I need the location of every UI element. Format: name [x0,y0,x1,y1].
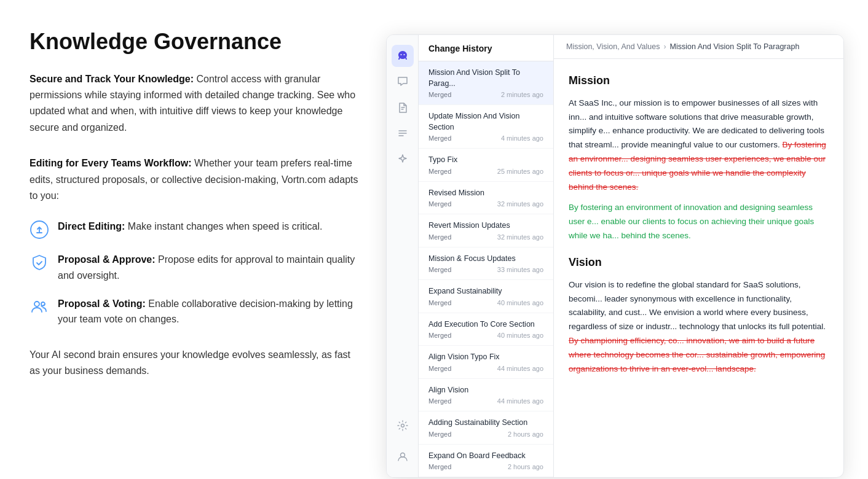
editing-label: Editing for Every Teams Workflow: [30,158,191,168]
change-item-time: 32 minutes ago [497,233,543,241]
change-item[interactable]: Revert Mission Updates Merged 32 minutes… [419,214,553,247]
change-item-title: Revised Mission [428,188,543,199]
change-item-meta: Merged 32 minutes ago [428,200,543,208]
change-item[interactable]: Expand Sustainability Merged 40 minutes … [419,280,553,313]
diff-vision-text: Our vision is to redefine the global sta… [569,278,829,377]
diff-vision-deleted: By championing efficiency, co... innovat… [569,336,825,373]
change-item-badge: Merged [428,299,451,306]
change-item[interactable]: Align Vision Typo Fix Merged 44 minutes … [419,346,553,379]
diff-content: Mission At SaaS Inc., our mission is to … [554,59,843,477]
sidebar-list-btn[interactable] [392,122,414,144]
change-item-badge: Merged [428,200,451,208]
users-vote-icon [30,297,49,317]
change-item-time: 4 minutes ago [501,134,543,142]
change-item[interactable]: Add Execution To Core Section Merged 40 … [419,313,553,346]
change-history-panel: Change History Mission And Vision Split … [419,35,554,477]
change-item-title: Expand On Board Feedback [428,451,543,462]
change-item-meta: Merged 33 minutes ago [428,266,543,273]
feature-direct-editing: Direct Editing: Make instant changes whe… [30,219,361,240]
bottom-text: Your AI second brain ensures your knowle… [30,347,361,380]
change-item-badge: Merged [428,332,451,339]
change-item-meta: Merged 32 minutes ago [428,233,543,241]
change-item-time: 2 minutes ago [501,91,543,98]
change-item-time: 2 hours ago [508,430,543,438]
change-item[interactable]: Typo Fix Merged 25 minutes ago [419,149,553,182]
change-item-title: Align Vision [428,385,543,396]
change-item-time: 44 minutes ago [497,365,543,372]
change-item-title: Typo Fix [428,155,543,166]
app-window: Change History Mission And Vision Split … [386,34,844,478]
upload-icon [30,220,49,240]
change-item-title: Expand Sustainability [428,286,543,297]
change-item-title: Adding Sustainability Section [428,418,543,429]
change-item-badge: Merged [428,397,451,405]
breadcrumb-separator: › [663,42,666,51]
left-panel: Knowledge Governance Secure and Track Yo… [30,29,386,479]
change-item[interactable]: Align Vision Merged 44 minutes ago [419,379,553,412]
intro-label: Secure and Track Your Knowledge: [30,74,194,84]
right-panel: Change History Mission And Vision Split … [386,29,868,479]
change-item-badge: Merged [428,430,451,438]
change-item-meta: Merged 2 hours ago [428,463,543,470]
change-item-meta: Merged 2 minutes ago [428,91,543,98]
change-item[interactable]: Adding Sustainability Section Merged 2 h… [419,411,553,445]
change-item-badge: Merged [428,365,451,372]
diff-mission-added-text: By fostering an environment of innovatio… [569,203,814,240]
change-item[interactable]: Update Mission And Vision Section Merged… [419,105,553,149]
shield-icon [30,253,49,273]
page-title: Knowledge Governance [30,29,361,54]
svg-point-3 [400,54,401,55]
diff-breadcrumb: Mission, Vision, And Values › Mission An… [554,35,843,59]
change-item-title: Align Vision Typo Fix [428,352,543,363]
sidebar-settings-btn[interactable] [392,415,414,437]
svg-point-1 [34,302,39,306]
change-item-badge: Merged [428,266,451,273]
diff-vision-before: Our vision is to redefine the global sta… [569,280,826,332]
change-item-title: Add Execution To Core Section [428,319,543,330]
diff-vision-heading: Vision [569,253,829,272]
svg-point-5 [401,424,404,427]
feature-proposal-voting-text: Proposal & Voting: Enable collaborative … [58,296,361,327]
sidebar-sparkle-btn[interactable] [392,148,414,170]
feature-proposal-approve: Proposal & Approve: Propose edits for ap… [30,252,361,283]
change-item-meta: Merged 44 minutes ago [428,397,543,405]
change-item[interactable]: Expand On Board Feedback Merged 2 hours … [419,445,553,478]
change-item-time: 33 minutes ago [497,266,543,273]
svg-point-4 [403,54,404,55]
change-item[interactable]: Revised Mission Merged 32 minutes ago [419,182,553,215]
change-item-time: 40 minutes ago [497,299,543,306]
change-item-badge: Merged [428,168,451,175]
change-list[interactable]: Mission And Vision Split To Parag... Mer… [419,61,553,477]
sidebar-document-btn[interactable] [392,96,414,119]
feature-direct-editing-text: Direct Editing: Make instant changes whe… [58,219,322,235]
change-item-meta: Merged 2 hours ago [428,430,543,438]
change-item-meta: Merged 4 minutes ago [428,134,543,142]
feature-proposal-approve-label: Proposal & Approve: [58,254,156,265]
main-layout: Knowledge Governance Secure and Track Yo… [0,0,868,479]
feature-proposal-approve-text: Proposal & Approve: Propose edits for ap… [58,252,361,283]
diff-mission-text: At SaaS Inc., our mission is to empower … [569,96,829,195]
change-item[interactable]: Mission And Vision Split To Parag... Mer… [419,61,553,105]
diff-panel: Mission, Vision, And Values › Mission An… [554,35,843,477]
change-item-time: 44 minutes ago [497,397,543,405]
change-item-time: 40 minutes ago [497,332,543,339]
change-item-meta: Merged 25 minutes ago [428,168,543,175]
features-list: Direct Editing: Make instant changes whe… [30,219,361,327]
change-item-title: Mission & Focus Updates [428,254,543,265]
intro-paragraph: Secure and Track Your Knowledge: Control… [30,71,361,136]
change-item[interactable]: Mission & Focus Updates Merged 33 minute… [419,247,553,281]
change-item-title: Update Mission And Vision Section [428,111,543,133]
sidebar-brain-btn[interactable] [392,45,414,67]
sidebar-chat-btn[interactable] [392,71,414,93]
breadcrumb-parent: Mission, Vision, And Values [566,42,660,51]
change-item-meta: Merged 44 minutes ago [428,365,543,372]
change-item-title: Revert Mission Updates [428,220,543,232]
editing-heading: Editing for Every Teams Workflow: Whethe… [30,155,361,204]
breadcrumb-current: Mission And Vision Split To Paragraph [670,42,800,51]
change-item-title: Mission And Vision Split To Parag... [428,68,543,89]
app-sidebar [387,35,419,477]
sidebar-user-btn[interactable] [392,445,414,467]
diff-mission-added: By fostering an environment of innovatio… [569,201,829,243]
feature-direct-editing-label: Direct Editing: [58,221,125,232]
change-history-header: Change History [419,35,553,61]
